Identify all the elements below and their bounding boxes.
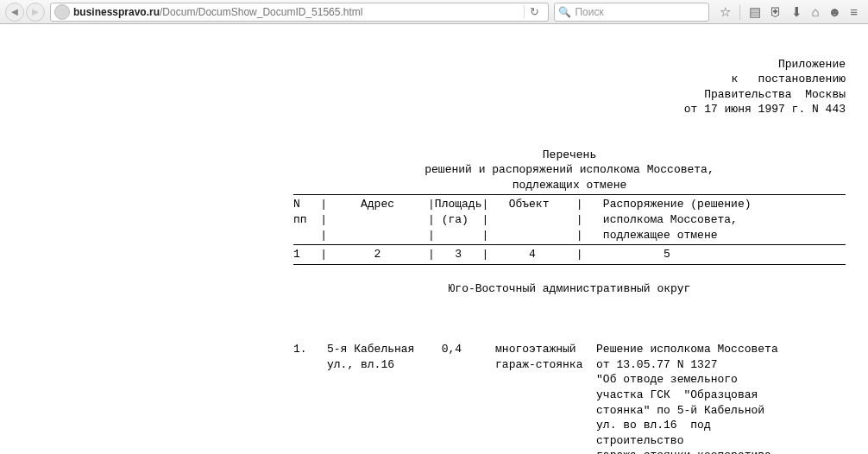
arrow-right-icon: ►: [30, 5, 41, 18]
arrow-left-icon: ◄: [9, 5, 21, 18]
table-rule: [293, 194, 846, 195]
url-text: businesspravo.ru/Docum/DocumShow_DocumID…: [73, 6, 520, 18]
document-body: Приложение к постановлению Правительства…: [293, 24, 846, 454]
nav-buttons: ◄ ►: [5, 3, 45, 22]
reader-icon[interactable]: ▤: [749, 4, 761, 20]
section-title: Юго-Восточный административный округ: [293, 281, 846, 297]
search-icon: 🔍: [558, 6, 571, 18]
divider: [739, 4, 740, 20]
table-header-row: N | Адрес |Площадь| Объект | Распоряжени…: [293, 197, 846, 243]
search-box[interactable]: 🔍 Поиск: [554, 3, 709, 22]
page-viewport[interactable]: Приложение к постановлению Правительства…: [0, 24, 868, 454]
browser-toolbar: ◄ ► businesspravo.ru/Docum/DocumShow_Doc…: [0, 0, 868, 24]
pocket-icon[interactable]: ⛨: [770, 4, 783, 19]
url-bar[interactable]: businesspravo.ru/Docum/DocumShow_DocumID…: [50, 3, 549, 22]
forward-button[interactable]: ►: [26, 3, 45, 22]
globe-icon: [54, 4, 70, 20]
back-button[interactable]: ◄: [5, 3, 24, 22]
doc-header: Приложение к постановлению Правительства…: [293, 57, 846, 117]
search-placeholder: Поиск: [575, 6, 603, 18]
toolbar-right-icons: ☆ ▤ ⛨ ⬇ ⌂ ☻ ≡: [714, 4, 863, 20]
refresh-icon: ↻: [530, 5, 539, 18]
table-rule: [293, 264, 846, 265]
chat-icon[interactable]: ☻: [827, 4, 841, 19]
table-row: 1. 5-я Кабельная 0,4 многоэтажный Решени…: [293, 342, 846, 454]
refresh-button[interactable]: ↻: [524, 5, 544, 18]
bookmark-icon[interactable]: ☆: [720, 4, 731, 20]
menu-icon[interactable]: ≡: [850, 4, 858, 19]
download-icon[interactable]: ⬇: [791, 4, 802, 20]
home-icon[interactable]: ⌂: [811, 4, 819, 19]
doc-title: Перечень решений и распоряжений исполком…: [293, 132, 846, 192]
table-rule: [293, 244, 846, 245]
table-colnum-row: 1 | 2 | 3 | 4 | 5: [293, 247, 846, 262]
